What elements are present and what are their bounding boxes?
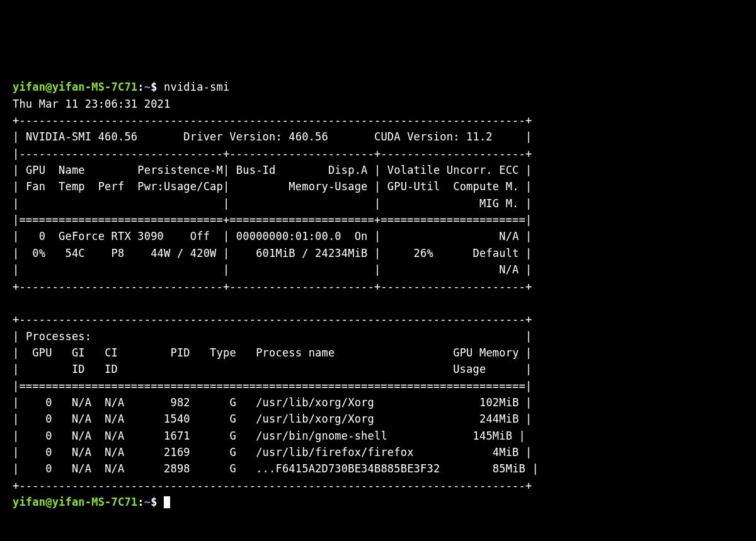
proc-box-hdrsep: |=======================================… [13,380,532,392]
cursor-icon [164,496,170,508]
prompt-sym-2: $ [151,496,157,508]
gpu-row1-line3: | | | N/A | [13,263,532,276]
gpu-box-sep: |-------------------------------+-------… [13,147,532,160]
command-text: nvidia-smi [164,81,229,93]
prompt-host-2: yifan-MS-7C71 [52,496,138,508]
proc-row-3: | 0 N/A N/A 2169 G /usr/lib/firefox/fire… [13,446,532,458]
proc-box-bottom: +---------------------------------------… [13,479,532,492]
timestamp: Thu Mar 11 23:06:31 2021 [13,98,170,110]
gpu-row1-line1: | 0 GeForce RTX 3090 Off | 00000000:01:0… [13,230,532,242]
proc-box-top: +---------------------------------------… [13,313,532,326]
proc-row-2: | 0 N/A N/A 1671 G /usr/bin/gnome-shell … [13,430,525,442]
gpu-box-hdrsep: |===============================+=======… [13,214,532,226]
gpu-row1-line2: | 0% 54C P8 44W / 420W | 601MiB / 24234M… [13,247,532,259]
prompt-at-2: @ [45,496,52,508]
prompt-sep-2: : [137,496,144,508]
prompt-cwd-2: ~ [144,496,151,508]
proc-header1: | GPU GI CI PID Type Process name GPU Me… [13,346,532,359]
prompt-user: yifan [13,81,45,93]
prompt-at: @ [45,81,52,93]
prompt-sym: $ [151,81,157,93]
gpu-header2: | Fan Temp Perf Pwr:Usage/Cap| Memory-Us… [13,180,532,193]
gpu-header1: | GPU Name Persistence-M| Bus-Id Disp.A … [13,164,532,176]
proc-row-0: | 0 N/A N/A 982 G /usr/lib/xorg/Xorg 102… [13,396,532,409]
prompt-cwd: ~ [144,81,151,93]
prompt-user-2: yifan [13,496,45,508]
gpu-box-top: +---------------------------------------… [13,114,532,127]
proc-row-1: | 0 N/A N/A 1540 G /usr/lib/xorg/Xorg 24… [13,413,532,425]
prompt-host: yifan-MS-7C71 [52,81,138,93]
proc-header2: | ID ID Usage | [13,363,532,375]
proc-row-4: | 0 N/A N/A 2898 G ...F6415A2D730BE34B88… [13,462,539,475]
gpu-header3: | | | MIG M. | [13,197,532,210]
terminal-output[interactable]: yifan@yifan-MS-7C71:~$ nvidia-smi Thu Ma… [13,79,743,510]
prompt-sep: : [137,81,144,93]
gpu-box-bottom: +-------------------------------+-------… [13,280,532,293]
proc-title: | Processes: | [13,330,532,343]
version-row: | NVIDIA-SMI 460.56 Driver Version: 460.… [13,130,532,143]
